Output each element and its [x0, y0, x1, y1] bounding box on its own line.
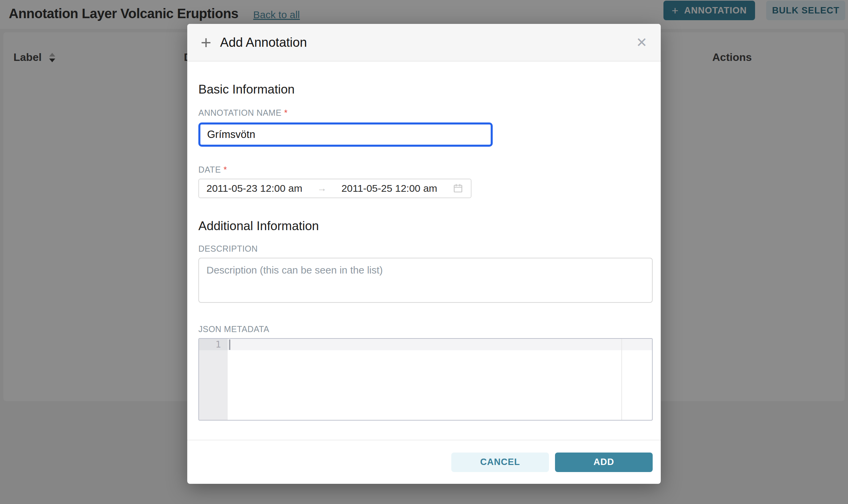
date-range-picker[interactable]: 2011-05-23 12:00 am → 2011-05-25 12:00 a… [198, 179, 471, 198]
date-start-value[interactable]: 2011-05-23 12:00 am [206, 183, 302, 194]
date-end-value[interactable]: 2011-05-25 12:00 am [342, 183, 437, 194]
additional-information-heading: Additional Information [198, 219, 653, 233]
modal-footer: CANCEL ADD [187, 440, 661, 484]
annotation-name-label: ANNOTATION NAME* [198, 108, 653, 118]
json-metadata-editor[interactable]: 1 [198, 338, 653, 420]
editor-line-number: 1 [199, 339, 228, 350]
modal-body: Basic Information ANNOTATION NAME* DATE*… [187, 61, 661, 440]
cancel-button[interactable]: CANCEL [451, 452, 549, 472]
editor-active-line [228, 339, 652, 350]
required-marker: * [224, 165, 227, 174]
add-button[interactable]: ADD [555, 452, 653, 472]
annotation-name-input[interactable] [198, 123, 493, 147]
required-marker: * [284, 108, 288, 118]
range-arrow-icon: → [317, 183, 327, 194]
calendar-icon[interactable] [453, 183, 463, 194]
screen: Annotation Layer Volcanic Eruptions Back… [0, 0, 848, 504]
editor-gutter: 1 [199, 339, 228, 420]
modal-header: + Add Annotation ✕ [187, 24, 661, 61]
json-metadata-label: JSON METADATA [198, 324, 653, 334]
editor-print-margin [621, 339, 622, 420]
basic-information-heading: Basic Information [198, 83, 653, 96]
description-label: DESCRIPTION [198, 244, 653, 254]
add-annotation-modal: + Add Annotation ✕ Basic Information ANN… [187, 24, 661, 484]
description-textarea[interactable] [198, 258, 653, 303]
editor-caret [229, 340, 230, 350]
date-label: DATE* [198, 165, 653, 175]
close-icon[interactable]: ✕ [636, 36, 647, 49]
modal-title: Add Annotation [220, 35, 307, 50]
plus-icon: + [201, 34, 211, 51]
